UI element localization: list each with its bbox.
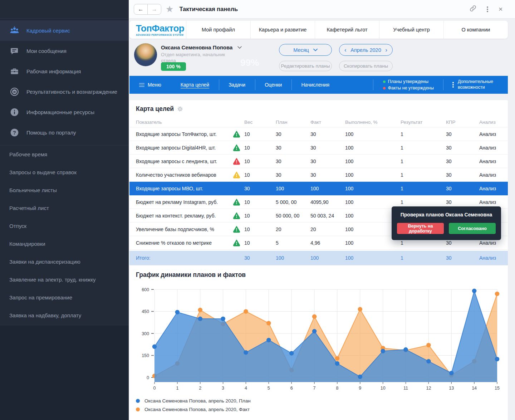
- goal-name: Входящие запросы ТопФактор, шт.: [136, 131, 233, 137]
- green-warning-icon: [233, 144, 244, 151]
- sidebar-item[interactable]: Заявки на диспансеризацию: [0, 253, 129, 270]
- forward-button[interactable]: →: [147, 4, 161, 15]
- prev-period-icon[interactable]: ‹: [344, 47, 347, 53]
- portal-nav-item[interactable]: Кафетерий льгот: [315, 21, 379, 39]
- more-options-button[interactable]: Дополнительные возможности: [443, 76, 508, 94]
- more-menu-icon[interactable]: [487, 9, 488, 10]
- period-value: Апрель 2020: [350, 47, 381, 53]
- menu-tab-label: Карта целей: [181, 82, 209, 88]
- portal-nav-item[interactable]: Учебный центр: [379, 21, 443, 39]
- cell-value: 100: [345, 186, 401, 191]
- column-header: Вес: [244, 119, 276, 125]
- analysis-link[interactable]: Анализ: [479, 158, 501, 164]
- sidebar-item[interactable]: Рабочая информация: [0, 61, 129, 82]
- menu-tab[interactable]: Карта целей: [171, 76, 219, 94]
- employee-name[interactable]: Оксана Семеновна Попова: [161, 44, 242, 50]
- link-icon[interactable]: [469, 5, 477, 14]
- question-icon: ?: [9, 128, 19, 137]
- cell-value: 30: [244, 255, 276, 261]
- svg-text:15: 15: [495, 386, 500, 391]
- menu-button[interactable]: Меню: [129, 76, 171, 94]
- chevron-down-icon: [313, 49, 318, 52]
- table-row[interactable]: Входящие запросы с лендинга, шт.10303010…: [129, 155, 508, 168]
- table-row[interactable]: Количество участников вебинаров103030100…: [129, 168, 508, 182]
- legend-label: Оксана Семеновна Попова, апрель 2020, Фа…: [144, 407, 250, 412]
- logo-title: ТопФактор: [136, 24, 186, 33]
- cell-value: 1: [401, 158, 446, 164]
- cell-value: 30: [446, 131, 479, 137]
- portal-nav-item[interactable]: О компании: [443, 21, 508, 39]
- avatar[interactable]: [134, 43, 157, 66]
- sidebar-item[interactable]: Информационные ресурсы: [0, 102, 129, 122]
- sidebar-item[interactable]: Отпуск: [0, 217, 129, 235]
- cell-value: 100: [345, 199, 401, 205]
- back-arrow-icon: ←: [138, 6, 144, 12]
- cell-value: 20: [310, 226, 345, 232]
- approve-button[interactable]: Согласовано: [449, 223, 496, 234]
- status-label: Планы утверждены: [388, 79, 428, 84]
- chevron-down-icon: [237, 46, 242, 49]
- sidebar-item[interactable]: Больничные листы: [0, 181, 129, 199]
- copy-plans-button[interactable]: Скопировать планы: [339, 61, 393, 71]
- analysis-link[interactable]: Анализ: [479, 199, 501, 205]
- sidebar-item[interactable]: Запросы о выдаче справок: [0, 163, 129, 181]
- sidebar-item[interactable]: Расчетный лист: [0, 199, 129, 217]
- period-selector[interactable]: ‹ Апрель 2020 ›: [339, 44, 393, 56]
- edit-plans-button[interactable]: Редактировать планы: [279, 61, 332, 71]
- legend-item: Оксана Семеновна Попова, апрель 2020, Фа…: [136, 407, 501, 412]
- sidebar-item[interactable]: Запрос на премирование: [0, 288, 129, 306]
- analysis-link[interactable]: Анализ: [479, 255, 501, 261]
- menu-tab[interactable]: Задачи: [219, 76, 255, 94]
- analysis-link[interactable]: Анализ: [479, 240, 501, 246]
- favorite-star-icon[interactable]: ★: [166, 5, 173, 14]
- topfactor-logo[interactable]: ТопФактор ADVANCED PERFORMANCE SYSTEM: [129, 21, 186, 39]
- svg-text:11: 11: [403, 386, 408, 391]
- back-button[interactable]: ←: [134, 4, 148, 15]
- column-header: Выполнено, %: [345, 119, 401, 125]
- sidebar-item[interactable]: Мои сообщения: [0, 41, 129, 61]
- sidebar-item-label: Мои сообщения: [26, 48, 67, 54]
- sidebar-item-label: Рабочая информация: [26, 68, 81, 74]
- analysis-link[interactable]: Анализ: [479, 186, 501, 191]
- cell-value: 4,96: [310, 240, 345, 246]
- sidebar-item[interactable]: Кадровый сервис: [0, 20, 129, 41]
- legend-item: Оксана Семеновна Попова, апрель 2020, Пл…: [136, 398, 501, 404]
- period-mode-select[interactable]: Месяц: [279, 44, 332, 56]
- menu-tab[interactable]: Начисления: [291, 76, 339, 94]
- svg-text:0: 0: [147, 375, 149, 380]
- status-row: Планы утверждены: [383, 79, 434, 84]
- analysis-link[interactable]: Анализ: [479, 131, 501, 137]
- cell-value: 30: [310, 158, 345, 164]
- reject-button[interactable]: Вернуть на доработку: [397, 223, 444, 234]
- sidebar-item[interactable]: Результативность и вознаграждение: [0, 82, 129, 102]
- close-icon[interactable]: ✕: [498, 6, 503, 13]
- sidebar-item[interactable]: Заявление на электр. труд. книжку: [0, 270, 129, 288]
- analysis-link[interactable]: Анализ: [479, 145, 501, 151]
- svg-text:8: 8: [336, 386, 338, 391]
- sidebar-item[interactable]: Рабочее время: [0, 145, 129, 163]
- portal-nav-item[interactable]: Мой профайл: [186, 21, 250, 39]
- cell-value: 10: [244, 199, 276, 205]
- chart-section: График динамики планов и фактов 01503004…: [129, 265, 508, 420]
- gear-icon[interactable]: [177, 106, 183, 112]
- green-warning-icon: [233, 239, 244, 246]
- table-row[interactable]: Входящие запросы МВО, шт.30100100100130А…: [129, 182, 508, 195]
- portal-nav-item[interactable]: Карьера и развитие: [250, 21, 315, 39]
- menu-tab[interactable]: Оценки: [255, 76, 291, 94]
- analysis-link[interactable]: Анализ: [479, 172, 501, 178]
- cell-value: 100: [345, 131, 401, 137]
- sidebar-item[interactable]: Заявка на надбавку, доплату: [0, 306, 129, 324]
- column-header: Результат: [401, 119, 446, 125]
- sidebar-item[interactable]: ?Помощь по порталу: [0, 122, 129, 143]
- column-header: Показатель: [136, 119, 233, 125]
- period-mode-label: Месяц: [293, 47, 309, 53]
- next-period-icon[interactable]: ›: [385, 47, 387, 53]
- svg-text:10: 10: [381, 386, 386, 391]
- completion-badge: 100 %: [161, 62, 186, 71]
- table-row[interactable]: Входящие запросы Digital4HR, шт.10303010…: [129, 141, 508, 155]
- cell-value: 10: [244, 158, 276, 164]
- table-row[interactable]: Входящие запросы ТопФактор, шт.103030100…: [129, 127, 508, 141]
- sidebar-item[interactable]: Командировки: [0, 235, 129, 253]
- status-label: Факты не утверждены: [388, 86, 434, 91]
- users-icon: [9, 26, 19, 35]
